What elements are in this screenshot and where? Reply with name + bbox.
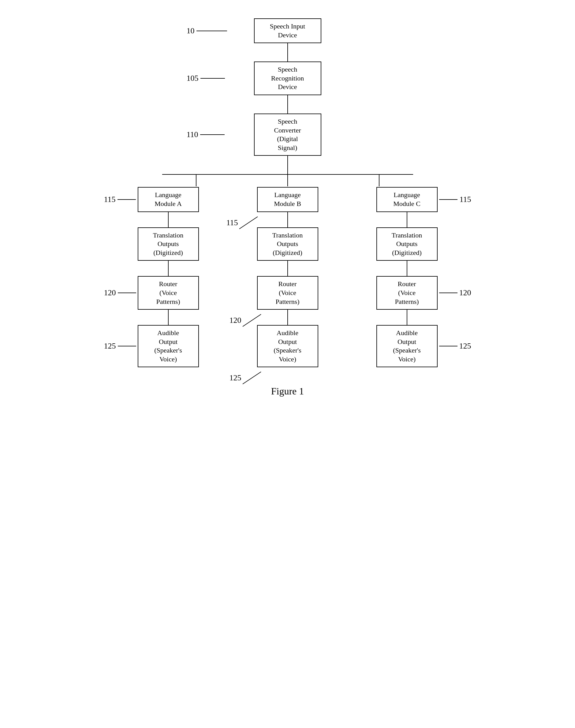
trans-outputs-a-box: Translation Outputs (Digitized) <box>138 228 199 261</box>
trans-outputs-b-label: Translation Outputs (Digitized) <box>272 231 303 257</box>
vline-c1 <box>407 212 407 228</box>
svg-line-2 <box>243 372 261 384</box>
lang-module-a-label: Language Module A <box>155 190 182 208</box>
vline-1 <box>288 43 288 62</box>
audible-output-c-label: Audible Output (Speaker's Voice) <box>393 328 421 363</box>
vline-c2 <box>407 261 407 276</box>
vline-3 <box>288 156 288 174</box>
speech-recognition-box: Speech Recognition Device <box>254 62 321 95</box>
vline-b2 <box>288 261 288 276</box>
trans-outputs-c-label: Translation Outputs (Digitized) <box>392 231 422 257</box>
trans-outputs-c-box: Translation Outputs (Digitized) <box>376 228 438 261</box>
vline-2 <box>288 95 288 113</box>
top-section: 10 Speech Input Device 105 Speech Recogn… <box>104 19 471 174</box>
label-105: 105 <box>187 74 199 83</box>
svg-line-0 <box>239 217 258 229</box>
line-125b-svg <box>243 372 264 384</box>
label-110: 110 <box>187 130 198 139</box>
lang-module-a-box: Language Module A <box>138 187 199 212</box>
label-125b: 125 <box>230 373 241 383</box>
label-115c: 115 <box>459 195 471 204</box>
branch-h-line <box>162 174 413 175</box>
line-120b-svg <box>243 314 264 326</box>
vline-b1 <box>288 212 288 228</box>
label-120a: 120 <box>104 288 116 298</box>
branch-col-b: Language Module B 115 Translation Output… <box>239 187 337 367</box>
vline-a1 <box>168 212 169 228</box>
label-120b: 120 <box>230 316 241 325</box>
audible-output-b-label: Audible Output (Speaker's Voice) <box>274 328 301 363</box>
speech-converter-label: Speech Converter (Digital Signal) <box>274 117 301 152</box>
vline-c3 <box>407 310 407 325</box>
label-120c: 120 <box>459 288 471 298</box>
router-c-label: Router (Voice Patterns) <box>395 280 419 306</box>
branch-col-c: 115 Language Module C Translation Output… <box>358 187 456 367</box>
vline-a3 <box>168 310 169 325</box>
label-115a: 115 <box>104 195 116 204</box>
speech-input-label: Speech Input Device <box>270 22 305 39</box>
lang-module-b-box: Language Module B <box>257 187 318 212</box>
router-b-label: Router (Voice Patterns) <box>275 280 299 306</box>
lang-module-b-label: Language Module B <box>274 190 301 208</box>
audible-output-a-box: Audible Output (Speaker's Voice) <box>138 325 199 367</box>
speech-input-box: Speech Input Device <box>254 19 321 43</box>
diagram: 10 Speech Input Device 105 Speech Recogn… <box>104 19 471 397</box>
line-115b-svg <box>239 217 261 229</box>
vline-b3 <box>288 310 288 325</box>
router-b-box: Router (Voice Patterns) <box>257 276 318 310</box>
label-125c: 125 <box>459 342 471 351</box>
lang-module-c-box: Language Module C <box>376 187 438 212</box>
trans-outputs-a-label: Translation Outputs (Digitized) <box>153 231 183 257</box>
trans-outputs-b-box: Translation Outputs (Digitized) <box>257 228 318 261</box>
lang-module-c-label: Language Module C <box>393 190 420 208</box>
figure-caption: Figure 1 <box>271 386 304 397</box>
speech-converter-box: Speech Converter (Digital Signal) <box>254 113 321 156</box>
router-a-box: Router (Voice Patterns) <box>138 276 199 310</box>
router-c-box: Router (Voice Patterns) <box>376 276 438 310</box>
router-a-label: Router (Voice Patterns) <box>156 280 180 306</box>
label-125a: 125 <box>104 342 116 351</box>
audible-output-a-label: Audible Output (Speaker's Voice) <box>154 328 182 363</box>
svg-line-1 <box>243 314 261 326</box>
label-115b: 115 <box>227 218 238 228</box>
speech-recognition-label: Speech Recognition Device <box>271 65 304 92</box>
audible-output-b-box: Audible Output (Speaker's Voice) <box>257 325 318 367</box>
audible-output-c-box: Audible Output (Speaker's Voice) <box>376 325 438 367</box>
branch-col-a: 115 Language Module A Translation Output… <box>120 187 217 367</box>
vline-a2 <box>168 261 169 276</box>
label-10: 10 <box>187 26 195 35</box>
